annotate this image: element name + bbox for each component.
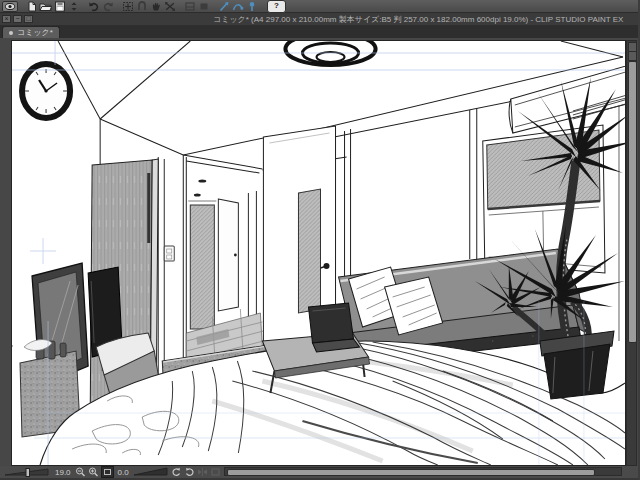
- redo-icon[interactable]: [101, 1, 114, 12]
- hand-icon[interactable]: [149, 1, 162, 12]
- save-icon[interactable]: [53, 1, 66, 12]
- transform-icon[interactable]: [121, 1, 134, 12]
- horizontal-scrollbar[interactable]: [224, 467, 622, 476]
- fit-screen-icon[interactable]: [101, 466, 114, 478]
- zoom-slider[interactable]: [2, 466, 52, 478]
- correction-tool-icon[interactable]: [231, 1, 244, 12]
- tab-comic[interactable]: コミック*: [2, 26, 60, 38]
- canvas-bottom-bar: 19.0 0.0: [0, 466, 640, 478]
- rotate-canvas-icon[interactable]: [163, 1, 176, 12]
- tab-thumbnail-icon: [9, 31, 13, 35]
- document-title: コミック* (A4 297.00 x 210.00mm 製本サイズ:B5 判 2…: [213, 14, 623, 25]
- flip-disabled-icon[interactable]: [197, 467, 208, 477]
- undo-icon[interactable]: [87, 1, 100, 12]
- close-button[interactable]: ×: [2, 15, 11, 23]
- rotation-value: 0.0: [118, 468, 129, 477]
- rotate-ccw-icon[interactable]: [171, 467, 182, 477]
- horizontal-scroll-thumb[interactable]: [227, 469, 595, 476]
- maximize-button[interactable]: □: [24, 15, 33, 23]
- navigation-controls: 19.0 0.0: [2, 466, 222, 478]
- tab-label: コミック*: [17, 27, 53, 38]
- vertical-scroll-thumb[interactable]: [628, 61, 637, 343]
- canvas-illustration: [12, 41, 625, 465]
- pin-tool-icon[interactable]: [245, 1, 258, 12]
- stepper-icon[interactable]: [67, 1, 80, 12]
- vertical-scrollbar[interactable]: [626, 40, 637, 466]
- command-bar: ?: [0, 0, 640, 13]
- rotate-cw-icon[interactable]: [184, 467, 195, 477]
- open-icon[interactable]: [39, 1, 52, 12]
- reset-disabled-icon[interactable]: [210, 467, 221, 477]
- minimize-button[interactable]: −: [13, 15, 22, 23]
- object-tool-icon[interactable]: [217, 1, 230, 12]
- disabled-icon-1[interactable]: [183, 1, 196, 12]
- zoom-in-icon[interactable]: [88, 467, 99, 477]
- rotation-slider[interactable]: [132, 466, 170, 478]
- scroll-button-2[interactable]: [628, 51, 637, 61]
- new-canvas-icon[interactable]: [25, 1, 38, 12]
- disabled-icon-2[interactable]: [197, 1, 210, 12]
- help-icon[interactable]: ?: [267, 0, 286, 13]
- drawing-canvas[interactable]: [11, 40, 626, 466]
- eye-icon[interactable]: [2, 1, 18, 12]
- illustration-wall-clock: [22, 64, 70, 118]
- clip-studio-paint-window: ? × − □ コミック* (A4 297.00 x 210.00mm 製本サイ…: [0, 0, 640, 480]
- zoom-out-icon[interactable]: [75, 467, 86, 477]
- canvas-tab-bar: コミック*: [0, 25, 640, 38]
- zoom-value: 19.0: [55, 468, 71, 477]
- snap-icon[interactable]: [135, 1, 148, 12]
